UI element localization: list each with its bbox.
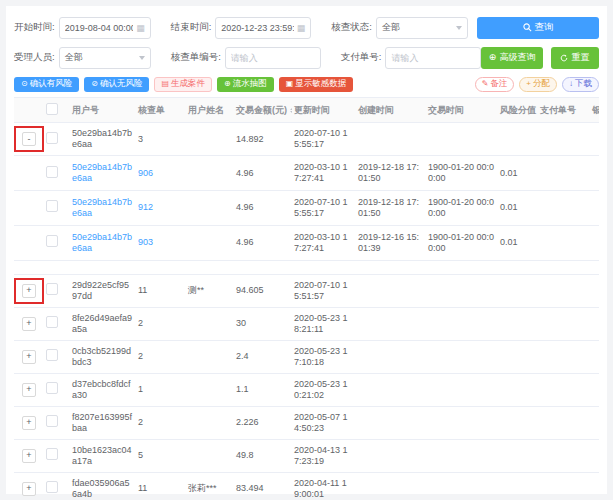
start-time-input[interactable]: ▦ — [59, 17, 151, 39]
row-checkbox[interactable] — [46, 415, 58, 427]
user-id: 50e29ba14b7be6aa — [72, 128, 132, 149]
trade-time — [426, 406, 498, 439]
created-time: 2019-12-18 17:01:50 — [356, 156, 426, 191]
pay-no — [538, 274, 590, 307]
user-id[interactable]: 50e29ba14b7be6aa — [72, 197, 132, 218]
user-name — [186, 439, 234, 472]
toolbar-button[interactable]: ▣ 显示敏感数据 — [279, 77, 354, 92]
trade-amount: 4.96 — [234, 225, 292, 260]
expand-toggle-button[interactable]: + — [22, 416, 36, 430]
row-checkbox[interactable] — [46, 448, 58, 460]
expand-toggle-button[interactable]: + — [22, 350, 36, 364]
created-time: 2019-12-16 15:01:39 — [356, 225, 426, 260]
trade-time — [426, 373, 498, 406]
spacer-row — [14, 260, 599, 274]
toolbar-button[interactable]: ▤ 生成案件 — [154, 77, 212, 92]
trade-time: 1900-01-20 00:00:00 — [426, 190, 498, 225]
toolbar-button[interactable]: ↓ 下载 — [562, 77, 599, 92]
trade-amount: 1.1 — [234, 373, 292, 406]
handler-value: 全部 — [65, 51, 83, 64]
pay-no-field: 支付单号: — [341, 47, 482, 69]
col-risk-score: 风险分值 — [498, 98, 538, 123]
risk-check-table: 用户号 核查单 用户姓名 交易金额(元) 更新时间 创建时间 交易时间 风险分值… — [14, 97, 599, 500]
check-status-field: 核查状态: 全部 — [331, 17, 468, 39]
updated-time: 2020-03-10 17:27:41 — [292, 225, 356, 260]
check-order-count: 3 — [138, 134, 143, 144]
row-checkbox[interactable] — [46, 316, 58, 328]
user-id[interactable]: 50e29ba14b7be6aa — [72, 162, 132, 183]
filter-row-1: 开始时间: ▦ 结束时间: ▦ 核查状态: 全部 查询 — [14, 16, 599, 39]
user-name — [186, 123, 234, 156]
table-row: 50e29ba14b7be6aa 912 4.96 2020-07-10 15:… — [14, 190, 599, 225]
updated-time: 2020-05-23 10:21:02 — [292, 373, 356, 406]
updated-time: 2020-03-10 17:27:41 — [292, 156, 356, 191]
row-checkbox[interactable] — [46, 235, 58, 247]
user-name — [186, 373, 234, 406]
check-order-count[interactable]: 903 — [138, 237, 153, 247]
row-checkbox[interactable] — [46, 132, 58, 144]
updated-time: 2020-04-13 17:23:19 — [292, 439, 356, 472]
check-order-count[interactable]: 912 — [138, 202, 153, 212]
row-checkbox[interactable] — [46, 481, 58, 493]
toolbar-button-label: 备注 — [490, 78, 507, 90]
toolbar-button[interactable]: ⊘ 确认无风险 — [84, 77, 149, 92]
col-bank: 银行 — [590, 98, 599, 123]
updated-time: 2020-05-23 17:10:18 — [292, 340, 356, 373]
bank — [590, 307, 599, 340]
check-status-select[interactable]: 全部 — [376, 17, 468, 39]
created-time — [356, 340, 426, 373]
refresh-icon — [560, 54, 568, 62]
reset-button[interactable]: 重置 — [551, 47, 599, 69]
row-checkbox[interactable] — [46, 200, 58, 212]
trade-amount: 4.96 — [234, 190, 292, 225]
end-time-input[interactable]: ▦ — [215, 17, 311, 39]
row-checkbox[interactable] — [46, 166, 58, 178]
toolbar-button[interactable]: ⊙ 确认有风险 — [14, 77, 79, 92]
expand-highlight — [16, 161, 42, 185]
toolbar-button[interactable]: ✎ 备注 — [475, 77, 515, 92]
check-no-input[interactable] — [225, 47, 321, 69]
toolbar-button[interactable]: ⊕ 流水抽图 — [217, 77, 274, 92]
pay-no-value[interactable] — [391, 53, 475, 63]
search-icon — [523, 23, 532, 32]
expand-toggle-button[interactable]: + — [22, 449, 36, 463]
check-no-value[interactable] — [231, 53, 315, 63]
handler-select[interactable]: 全部 — [59, 47, 151, 69]
pay-no — [538, 373, 590, 406]
col-amount-sortable[interactable]: 交易金额(元) — [234, 98, 292, 123]
created-time — [356, 406, 426, 439]
bank — [590, 406, 599, 439]
col-created-time: 创建时间 — [356, 98, 426, 123]
select-all-checkbox[interactable] — [46, 103, 58, 115]
row-checkbox[interactable] — [46, 349, 58, 361]
expand-toggle-button[interactable]: + — [22, 482, 36, 496]
advanced-query-button[interactable]: ⊕ 高级查询 — [481, 47, 542, 69]
expand-toggle-button[interactable]: + — [22, 284, 36, 298]
trade-amount: 94.605 — [234, 274, 292, 307]
toolbar-button[interactable]: + 分配 — [519, 77, 557, 92]
risk-score — [498, 439, 538, 472]
check-order-count[interactable]: 906 — [138, 168, 153, 178]
expand-toggle-button[interactable]: + — [22, 383, 36, 397]
expand-toggle-button[interactable]: + — [22, 317, 36, 331]
table-body: - 50e29ba14b7be6aa 3 14.892 2020-07-10 1… — [14, 123, 599, 500]
user-id[interactable]: 50e29ba14b7be6aa — [72, 232, 132, 253]
query-button[interactable]: 查询 — [477, 17, 599, 39]
sort-carets-icon[interactable] — [290, 107, 292, 114]
end-time-value[interactable] — [221, 23, 293, 33]
bank — [590, 472, 599, 500]
user-name — [186, 156, 234, 191]
start-time-value[interactable] — [65, 23, 133, 33]
row-checkbox[interactable] — [46, 283, 58, 295]
expand-toggle-button[interactable]: - — [22, 132, 36, 146]
document-icon: ▤ — [161, 80, 169, 88]
row-checkbox[interactable] — [46, 382, 58, 394]
bank — [590, 225, 599, 260]
risk-score — [498, 123, 538, 156]
pay-no — [538, 340, 590, 373]
advanced-query-label: 高级查询 — [499, 51, 535, 64]
expand-highlight — [16, 196, 42, 220]
created-time — [356, 373, 426, 406]
user-id: 29d922e5cf9597dd — [72, 280, 129, 301]
pay-no-input[interactable] — [385, 47, 481, 69]
